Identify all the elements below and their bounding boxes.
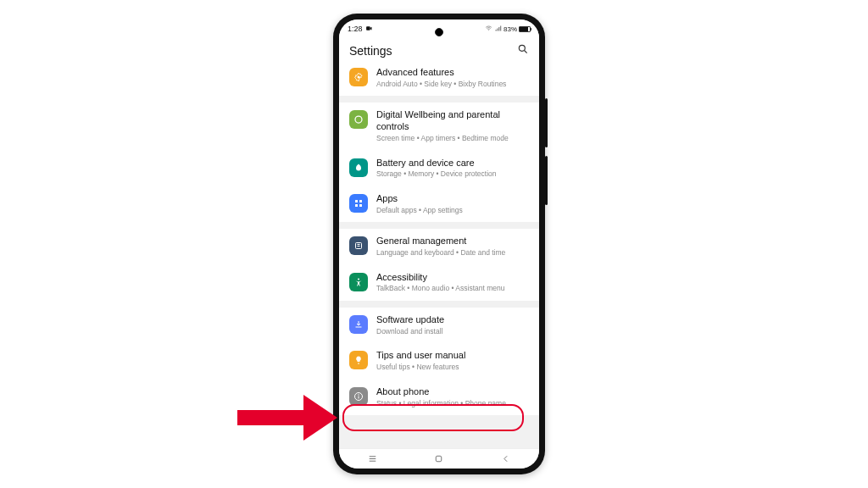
about-icon: [349, 387, 368, 406]
item-sub: Useful tips • New features: [376, 363, 529, 372]
item-sub: TalkBack • Mono audio • Assistant menu: [376, 284, 529, 293]
settings-item-advanced-features[interactable]: Advanced features Android Auto • Side ke…: [339, 67, 539, 96]
settings-item-accessibility[interactable]: Accessibility TalkBack • Mono audio • As…: [339, 265, 539, 301]
phone-screen: 1:28 83% Settings: [339, 19, 539, 469]
svg-rect-7: [359, 200, 362, 202]
page-title: Settings: [349, 44, 392, 58]
battery-icon: [519, 26, 531, 32]
camera-indicator-icon: [365, 25, 373, 34]
svg-rect-9: [359, 204, 362, 207]
apps-icon: [349, 194, 368, 213]
svg-point-1: [488, 30, 489, 30]
back-button[interactable]: [489, 453, 523, 464]
svg-marker-22: [303, 395, 337, 441]
svg-point-13: [358, 278, 359, 280]
battery-percent: 83%: [504, 25, 517, 33]
item-sub: Language and keyboard • Date and time: [376, 248, 529, 258]
settings-item-battery-care[interactable]: Battery and device care Storage • Memory…: [339, 151, 539, 186]
search-button[interactable]: [517, 43, 529, 58]
home-button[interactable]: [422, 453, 456, 464]
general-icon: [349, 236, 368, 255]
svg-point-15: [358, 394, 359, 395]
item-sub: Android Auto • Side key • Bixby Routines: [376, 80, 529, 89]
signal-icon: [494, 25, 502, 34]
tips-icon: [349, 351, 368, 369]
svg-point-2: [519, 45, 525, 51]
svg-rect-21: [237, 410, 305, 425]
status-time: 1:28: [348, 25, 363, 33]
front-camera: [435, 28, 443, 36]
item-sub: Default apps • App settings: [376, 206, 529, 215]
settings-item-tips[interactable]: Tips and user manual Useful tips • New f…: [339, 343, 539, 379]
item-sub: Status • Legal information • Phone name: [376, 399, 529, 408]
section-divider: [339, 301, 539, 308]
settings-item-software-update[interactable]: Software update Download and install: [339, 308, 539, 343]
svg-rect-6: [355, 200, 358, 202]
item-label: Advanced features: [376, 67, 529, 79]
section-divider: [339, 96, 539, 103]
item-label: Battery and device care: [376, 158, 529, 169]
svg-rect-16: [359, 396, 359, 398]
accessibility-icon: [349, 273, 368, 291]
item-label: General management: [376, 236, 529, 247]
nav-bar: [339, 448, 539, 469]
item-sub: Storage • Memory • Device protection: [376, 169, 529, 179]
svg-line-3: [525, 51, 527, 53]
settings-header: Settings: [339, 38, 539, 67]
svg-rect-0: [366, 26, 370, 30]
section-divider: [339, 222, 539, 229]
update-icon: [349, 315, 368, 334]
item-label: Software update: [376, 314, 529, 326]
wifi-icon: [485, 25, 492, 34]
care-icon: [349, 158, 368, 177]
settings-list[interactable]: Advanced features Android Auto • Side ke…: [339, 67, 539, 448]
item-label: Apps: [376, 193, 529, 205]
recents-button[interactable]: [355, 453, 389, 464]
item-sub: Screen time • App timers • Bedtime mode: [376, 134, 529, 143]
svg-point-5: [355, 116, 362, 123]
item-label: Tips and user manual: [376, 350, 529, 362]
wellbeing-icon: [349, 110, 368, 129]
settings-item-about-phone[interactable]: About phone Status • Legal information •…: [339, 380, 539, 415]
phone-frame: 1:28 83% Settings: [333, 14, 545, 474]
gear-icon: [349, 68, 368, 86]
settings-item-digital-wellbeing[interactable]: Digital Wellbeing and parental controls …: [339, 103, 539, 150]
item-label: Accessibility: [376, 272, 529, 284]
item-sub: Download and install: [376, 327, 529, 336]
item-label: About phone: [376, 386, 529, 398]
annotation-arrow: [237, 391, 339, 446]
settings-item-general-management[interactable]: General management Language and keyboard…: [339, 229, 539, 264]
settings-item-apps[interactable]: Apps Default apps • App settings: [339, 186, 539, 222]
svg-rect-20: [437, 456, 442, 462]
svg-rect-8: [355, 204, 358, 207]
item-label: Digital Wellbeing and parental controls: [376, 109, 529, 133]
